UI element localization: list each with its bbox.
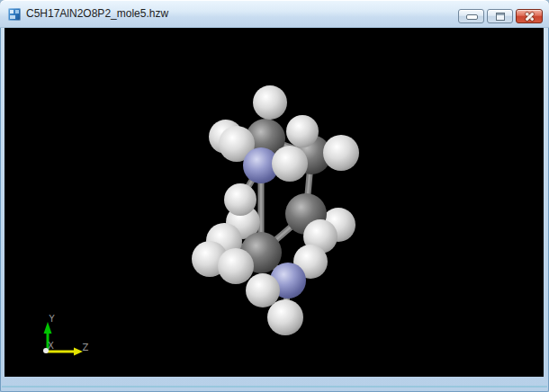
- axis-indicator: YZX: [43, 314, 89, 356]
- minimize-icon: [466, 14, 478, 20]
- maximize-button[interactable]: [487, 9, 513, 23]
- atom-H[interactable]: [224, 183, 256, 216]
- atom-H[interactable]: [218, 248, 254, 284]
- axis-label-X: X: [48, 341, 54, 351]
- app-icon: [8, 8, 21, 21]
- app-icon-cell: [15, 10, 19, 13]
- axis-origin-dot: [43, 348, 49, 353]
- close-button[interactable]: [516, 9, 543, 23]
- titlebar[interactable]: C5H17AlN2O8P2_mole5.hzw: [0, 0, 549, 28]
- atom-H[interactable]: [246, 273, 280, 307]
- molecule-viewport[interactable]: YZX: [4, 28, 544, 377]
- atom-H[interactable]: [286, 115, 319, 147]
- window-title: C5H17AlN2O8P2_mole5.hzw: [26, 7, 168, 21]
- window-controls: [458, 9, 543, 23]
- app-icon-cell: [10, 10, 14, 13]
- atom-H[interactable]: [272, 146, 308, 182]
- app-icon-cell: [10, 15, 15, 19]
- viewport: YZX: [4, 28, 544, 377]
- atom-H[interactable]: [267, 299, 303, 335]
- axis-label-Z: Z: [83, 343, 89, 352]
- bottom-frame-accent: [2, 386, 547, 388]
- maximize-icon: [496, 13, 505, 21]
- app-window: C5H17AlN2O8P2_mole5.hzw YZX: [0, 0, 549, 392]
- axis-arrowhead-Z: [74, 348, 83, 356]
- atoms: [192, 85, 359, 335]
- atom-H[interactable]: [323, 135, 359, 171]
- minimize-button[interactable]: [458, 9, 484, 23]
- close-icon: [517, 10, 542, 22]
- atom-H[interactable]: [253, 85, 287, 120]
- axis-label-Y: Y: [48, 314, 55, 324]
